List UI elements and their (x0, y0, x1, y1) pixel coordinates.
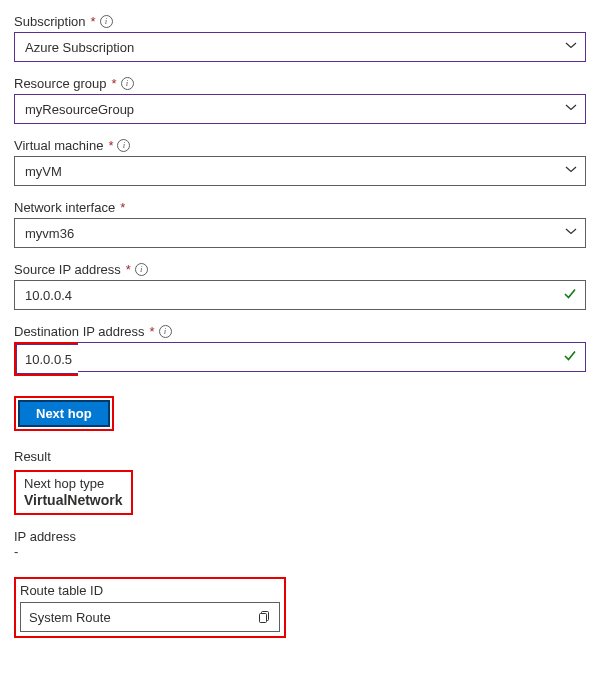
next-hop-type-value: VirtualNetwork (24, 492, 123, 508)
network-interface-select[interactable]: myvm36 (14, 218, 586, 248)
destination-ip-label: Destination IP address* i (14, 324, 586, 339)
info-icon[interactable]: i (159, 325, 172, 338)
network-interface-label: Network interface* (14, 200, 586, 215)
chevron-down-icon (565, 102, 577, 117)
next-hop-type-box: Next hop type VirtualNetwork (14, 470, 133, 515)
route-table-field: System Route (20, 602, 280, 632)
next-hop-type-label: Next hop type (24, 476, 123, 491)
resource-group-label: Resource group* i (14, 76, 586, 91)
info-icon[interactable]: i (121, 77, 134, 90)
subscription-label: Subscription* i (14, 14, 586, 29)
destination-ip-input[interactable]: 10.0.0.5 (14, 342, 586, 376)
route-table-value: System Route (29, 610, 111, 625)
route-table-label: Route table ID (20, 583, 280, 598)
chevron-down-icon (565, 40, 577, 55)
ip-address-label: IP address (14, 529, 586, 544)
next-hop-button-highlight: Next hop (14, 396, 114, 431)
virtual-machine-select[interactable]: myVM (14, 156, 586, 186)
svg-rect-1 (260, 614, 267, 623)
chevron-down-icon (565, 226, 577, 241)
chevron-down-icon (565, 164, 577, 179)
virtual-machine-label: Virtual machine* i (14, 138, 586, 153)
route-table-box: Route table ID System Route (14, 577, 286, 638)
next-hop-button[interactable]: Next hop (18, 400, 110, 427)
subscription-select[interactable]: Azure Subscription (14, 32, 586, 62)
result-heading: Result (14, 449, 586, 464)
info-icon[interactable]: i (135, 263, 148, 276)
resource-group-select[interactable]: myResourceGroup (14, 94, 586, 124)
source-ip-input[interactable]: 10.0.0.4 (14, 280, 586, 310)
copy-icon[interactable] (257, 610, 271, 624)
check-icon (563, 287, 577, 304)
ip-address-value: - (14, 544, 586, 559)
info-icon[interactable]: i (117, 139, 130, 152)
check-icon (563, 349, 577, 366)
info-icon[interactable]: i (100, 15, 113, 28)
source-ip-label: Source IP address* i (14, 262, 586, 277)
